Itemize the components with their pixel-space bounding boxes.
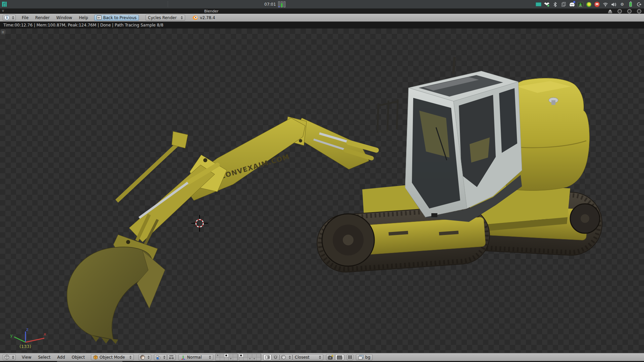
- background-images-button[interactable]: bg: [356, 354, 373, 360]
- layer-cell[interactable]: [233, 354, 237, 357]
- menu-help[interactable]: Help: [75, 14, 91, 21]
- layer-cell[interactable]: [220, 357, 224, 361]
- layer-cell[interactable]: [248, 354, 252, 357]
- layer-cell[interactable]: [224, 357, 229, 361]
- svg-text:y: y: [10, 333, 13, 338]
- layer-cell[interactable]: [220, 354, 224, 357]
- menu-view[interactable]: View: [18, 353, 35, 361]
- layer-cell[interactable]: [244, 357, 248, 361]
- layer-cell[interactable]: [224, 354, 229, 357]
- opengl-render-anim-button[interactable]: [335, 354, 344, 360]
- manipulator-icon: [169, 355, 174, 360]
- transform-orientation-select[interactable]: Normal: [178, 354, 213, 360]
- app-launcher-button[interactable]: [0, 0, 9, 9]
- window-close-button[interactable]: [637, 9, 641, 13]
- excavator-render: WWW.CONVEXAIM.COM: [0, 28, 644, 353]
- layer-cell[interactable]: [239, 357, 244, 361]
- system-monitor-widget[interactable]: [278, 1, 285, 7]
- layer-cell[interactable]: [216, 357, 220, 361]
- memory-bar-icon: [281, 1, 283, 7]
- layer-cell[interactable]: [229, 354, 233, 357]
- discord-badge: [573, 1, 575, 3]
- clapperboard-icon: [337, 355, 342, 360]
- clipboard-icon[interactable]: [560, 1, 567, 7]
- window-titlebar[interactable]: v Blender: [0, 9, 644, 14]
- view3d-editor-icon: [4, 355, 9, 360]
- layer-cell[interactable]: [233, 357, 237, 361]
- object-mode-cube-icon: [93, 355, 98, 360]
- viewport-shading-select[interactable]: [139, 354, 151, 360]
- menu-window[interactable]: Window: [53, 14, 75, 21]
- axis-orientation-icon: [181, 355, 185, 360]
- layer-cell[interactable]: [257, 357, 261, 361]
- layer-cell[interactable]: [248, 357, 252, 361]
- window-title: Blender: [204, 9, 219, 13]
- version-label: v2.78.4: [200, 15, 215, 20]
- layer-cell[interactable]: [239, 354, 244, 357]
- discord-icon[interactable]: [569, 1, 575, 7]
- shading-spinner: [148, 356, 150, 359]
- lock-to-scene-button[interactable]: [263, 354, 272, 360]
- system-tray: M ⚙: [535, 0, 642, 9]
- menu-object[interactable]: Object: [68, 353, 88, 361]
- shading-sphere-icon: [140, 355, 145, 360]
- layer-cell[interactable]: [257, 354, 261, 357]
- settings-gear-icon[interactable]: ⚙: [619, 1, 625, 7]
- cpu-bar-icon: [278, 1, 280, 7]
- manipulator-toggle-button[interactable]: [167, 354, 176, 360]
- mode-spinner: [129, 356, 131, 359]
- wifi-icon[interactable]: [602, 1, 608, 7]
- view3d-header: View Select Add Object Object Mode Norma…: [0, 353, 644, 361]
- gmail-icon[interactable]: M: [594, 1, 600, 7]
- layer-cell[interactable]: [216, 354, 220, 357]
- pivot-spinner: [163, 356, 165, 359]
- pivot-icon: [156, 355, 161, 360]
- back-arrow-icon: ⇐: [97, 15, 102, 20]
- magnet-icon: [273, 355, 278, 360]
- opengl-render-still-button[interactable]: [326, 354, 335, 360]
- render-pause-button[interactable]: [347, 354, 353, 360]
- snap-target-select[interactable]: Closest: [292, 354, 323, 360]
- logout-icon[interactable]: [636, 1, 642, 7]
- render-status-text: Time:00:12.76 | Mem:100.87M, Peak:124.76…: [3, 23, 163, 27]
- engine-spinner: [181, 16, 183, 19]
- clock[interactable]: 07:01: [264, 2, 276, 7]
- snap-element-select[interactable]: [279, 354, 292, 360]
- battery-icon[interactable]: [628, 1, 634, 7]
- window-shade-icon[interactable]: [608, 9, 612, 12]
- swap-bar-icon: [283, 1, 285, 7]
- snap-toggle-button[interactable]: [272, 354, 279, 360]
- layer-cell[interactable]: [252, 357, 257, 361]
- menu-select[interactable]: Select: [35, 353, 54, 361]
- display-icon[interactable]: [535, 1, 541, 7]
- info-editor-icon: i: [4, 15, 9, 20]
- viewport-3d[interactable]: +: [0, 28, 644, 353]
- bluetooth-icon[interactable]: [552, 1, 558, 7]
- volume-icon[interactable]: [611, 1, 617, 7]
- layer-cell[interactable]: [244, 354, 248, 357]
- menu-add[interactable]: Add: [54, 353, 68, 361]
- dropbox-icon[interactable]: [544, 1, 550, 7]
- images-icon: [358, 355, 364, 360]
- window-menu-chevron-icon[interactable]: v: [2, 9, 4, 12]
- system-panel: 07:01 M ⚙: [0, 0, 644, 9]
- download-manager-icon[interactable]: [577, 1, 583, 7]
- layer-cell[interactable]: [229, 357, 233, 361]
- editor-type-button[interactable]: i: [3, 15, 16, 21]
- menu-render[interactable]: Render: [32, 14, 53, 21]
- layer-cell[interactable]: [252, 354, 257, 357]
- editor-type-button-3dview[interactable]: [3, 354, 16, 360]
- svg-text:x: x: [44, 331, 46, 337]
- menu-file[interactable]: File: [18, 14, 32, 21]
- layer-group-2[interactable]: [239, 354, 261, 361]
- window-maximize-button[interactable]: [627, 9, 632, 13]
- pivot-point-select[interactable]: [154, 354, 167, 360]
- mode-select[interactable]: Object Mode: [91, 354, 134, 360]
- media-player-icon[interactable]: [586, 1, 592, 7]
- snap-element-spinner: [289, 356, 291, 359]
- back-to-previous-button[interactable]: ⇐ Back to Previous: [94, 15, 139, 21]
- window-minimize-button[interactable]: [618, 9, 622, 13]
- render-engine-select[interactable]: Cycles Render: [146, 15, 185, 21]
- layer-group-1[interactable]: [215, 354, 238, 361]
- layers-widget[interactable]: [215, 354, 261, 361]
